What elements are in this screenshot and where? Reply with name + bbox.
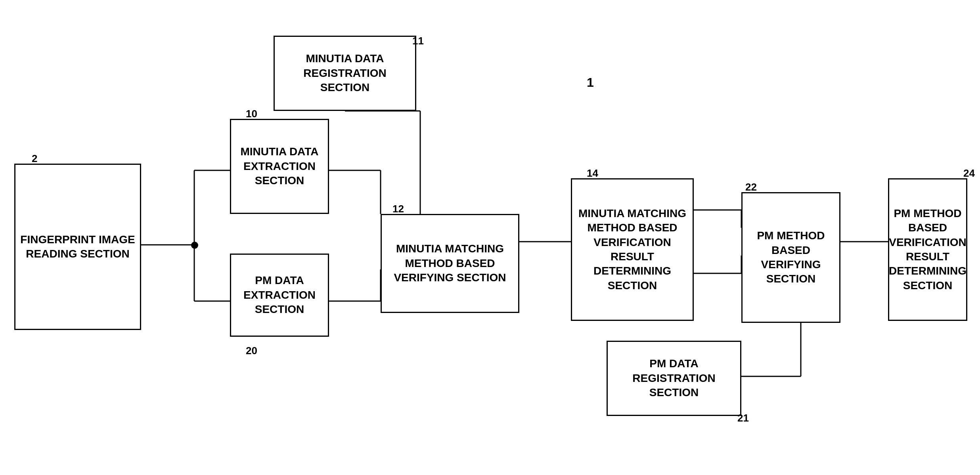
label-22: 22 [745,181,757,193]
minutia-result-box: MINUTIA MATCHING METHOD BASED VERIFICATI… [571,178,694,321]
minutia-extract-box: MINUTIA DATA EXTRACTION SECTION [230,119,329,214]
pm-verifying-box: PM METHOD BASED VERIFYING SECTION [741,192,840,323]
minutia-reg-box: MINUTIA DATA REGISTRATION SECTION [274,36,416,111]
label-10: 10 [246,108,257,120]
pm-result-label: PM METHOD BASED VERIFICATION RESULT DETE… [889,206,967,293]
pm-result-box: PM METHOD BASED VERIFICATION RESULT DETE… [888,178,967,321]
fingerprint-box: FINGERPRINT IMAGE READING SECTION [14,164,141,330]
pm-extract-box: PM DATA EXTRACTION SECTION [230,254,329,337]
diagram-main-label: 1 [587,75,594,90]
diagram-container: FINGERPRINT IMAGE READING SECTION 2 MINU… [0,0,980,475]
label-12: 12 [392,203,404,215]
junction-dot [191,242,198,249]
label-14: 14 [587,167,598,179]
pm-reg-label: PM DATA REGISTRATION SECTION [612,357,736,400]
label-24: 24 [963,167,975,179]
label-21: 21 [737,412,749,424]
minutia-extract-label: MINUTIA DATA EXTRACTION SECTION [235,145,324,188]
minutia-matching-label: MINUTIA MATCHING METHOD BASED VERIFYING … [386,242,514,285]
fingerprint-label: FINGERPRINT IMAGE READING SECTION [19,233,136,261]
pm-verifying-label: PM METHOD BASED VERIFYING SECTION [746,229,835,286]
minutia-matching-box: MINUTIA MATCHING METHOD BASED VERIFYING … [381,214,519,313]
label-11: 11 [412,35,424,47]
minutia-reg-label: MINUTIA DATA REGISTRATION SECTION [279,52,411,95]
pm-extract-label: PM DATA EXTRACTION SECTION [235,273,324,317]
pm-reg-box: PM DATA REGISTRATION SECTION [607,341,741,416]
label-2: 2 [32,153,37,165]
label-20: 20 [246,345,257,357]
minutia-result-label: MINUTIA MATCHING METHOD BASED VERIFICATI… [576,206,689,293]
